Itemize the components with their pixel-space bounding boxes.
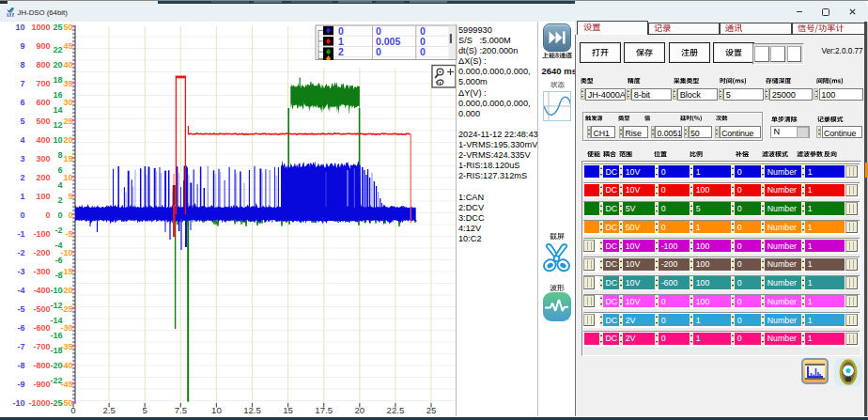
- svg-text:40: 40: [63, 60, 72, 70]
- svg-text:35: 35: [63, 79, 72, 88]
- svg-text:-25: -25: [50, 398, 62, 408]
- svg-text:0.005: 0.005: [376, 36, 400, 47]
- svg-text:-8: -8: [17, 361, 24, 370]
- svg-text:800: 800: [36, 60, 50, 70]
- svg-text:0: 0: [376, 46, 381, 57]
- svg-text:25: 25: [426, 405, 437, 415]
- svg-text:2: 2: [57, 195, 62, 205]
- svg-text:25: 25: [63, 117, 72, 126]
- svg-text:15: 15: [63, 154, 72, 163]
- svg-text:3: 3: [20, 154, 24, 163]
- svg-text:30: 30: [63, 98, 72, 107]
- svg-text:-1: -1: [17, 229, 24, 239]
- svg-text:-7: -7: [17, 342, 24, 351]
- svg-text:-4: -4: [17, 286, 24, 295]
- svg-text:-12: -12: [50, 301, 62, 310]
- svg-text:10: 10: [53, 135, 62, 145]
- svg-text:-9: -9: [17, 380, 24, 389]
- svg-text:-10: -10: [12, 398, 24, 408]
- svg-text:1000: 1000: [31, 23, 50, 32]
- svg-text:7.5: 7.5: [175, 405, 187, 415]
- svg-text:100: 100: [36, 192, 50, 201]
- svg-text:16: 16: [53, 90, 62, 100]
- svg-text:18: 18: [53, 75, 62, 85]
- svg-text:-700: -700: [33, 342, 50, 351]
- svg-text:1: 1: [20, 192, 24, 201]
- svg-text:-6: -6: [17, 323, 24, 333]
- svg-text:-200: -200: [33, 248, 50, 257]
- svg-text:-8: -8: [54, 271, 62, 280]
- svg-text:10: 10: [63, 173, 72, 182]
- svg-text:4: 4: [20, 135, 24, 145]
- svg-text:-800: -800: [33, 361, 50, 370]
- svg-text:-100: -100: [33, 229, 50, 239]
- svg-text:0: 0: [20, 210, 24, 220]
- svg-text:0: 0: [420, 36, 426, 47]
- svg-text:-600: -600: [33, 323, 50, 333]
- svg-text:6: 6: [20, 98, 24, 107]
- svg-text:50: 50: [63, 23, 72, 32]
- svg-text:17.5: 17.5: [315, 405, 333, 415]
- svg-text:0: 0: [338, 25, 344, 37]
- svg-text:12: 12: [53, 120, 62, 130]
- svg-text:-900: -900: [33, 380, 50, 389]
- svg-text:0: 0: [420, 46, 426, 57]
- svg-text:-500: -500: [33, 304, 50, 314]
- svg-text:600: 600: [36, 98, 50, 107]
- svg-text:-2: -2: [54, 226, 62, 235]
- svg-text:20: 20: [354, 405, 364, 415]
- svg-text:1: 1: [338, 36, 344, 47]
- svg-text:-22: -22: [50, 376, 62, 385]
- svg-text:20: 20: [63, 135, 72, 145]
- svg-text:400: 400: [36, 135, 50, 145]
- svg-text:-14: -14: [50, 316, 62, 325]
- svg-text:5: 5: [68, 192, 72, 201]
- svg-text:-5: -5: [17, 304, 24, 314]
- svg-text:0: 0: [45, 210, 50, 220]
- svg-text:-2: -2: [17, 248, 24, 257]
- svg-text:10: 10: [211, 405, 222, 415]
- svg-text:-1000: -1000: [28, 398, 50, 408]
- svg-text:25: 25: [53, 23, 62, 32]
- svg-text:10: 10: [15, 23, 24, 32]
- svg-text:15: 15: [283, 405, 293, 415]
- svg-text:7: 7: [20, 79, 24, 88]
- svg-text:9: 9: [20, 41, 24, 51]
- svg-text:2.5: 2.5: [102, 405, 115, 415]
- svg-text:-20: -20: [50, 361, 62, 370]
- svg-text:4: 4: [57, 180, 62, 190]
- svg-text:0: 0: [68, 210, 72, 220]
- svg-text:0: 0: [376, 25, 381, 37]
- svg-text:-3: -3: [17, 267, 24, 276]
- svg-text:8: 8: [20, 60, 24, 70]
- svg-text:2: 2: [338, 46, 344, 57]
- svg-text:200: 200: [36, 173, 50, 182]
- svg-text:-6: -6: [54, 256, 62, 265]
- svg-text:22.5: 22.5: [387, 405, 405, 415]
- svg-text:12.5: 12.5: [243, 405, 261, 415]
- svg-text:-10: -10: [50, 286, 62, 295]
- svg-text:20: 20: [53, 60, 62, 70]
- svg-text:5: 5: [20, 117, 24, 126]
- svg-text:5: 5: [143, 405, 147, 415]
- svg-text:0: 0: [57, 210, 62, 220]
- svg-text:900: 900: [36, 41, 50, 51]
- svg-text:-300: -300: [33, 267, 50, 276]
- svg-text:45: 45: [63, 41, 72, 51]
- svg-text:-18: -18: [50, 346, 62, 355]
- svg-text:500: 500: [36, 117, 50, 126]
- svg-text:6: 6: [57, 165, 62, 175]
- svg-text:700: 700: [36, 79, 50, 88]
- svg-text:-4: -4: [54, 241, 62, 250]
- svg-text:8: 8: [57, 150, 62, 160]
- svg-text:-16: -16: [50, 331, 62, 340]
- svg-text:-400: -400: [33, 286, 50, 295]
- svg-text:22: 22: [53, 45, 62, 54]
- svg-text:2: 2: [20, 173, 24, 182]
- svg-text:300: 300: [36, 154, 50, 163]
- svg-text:0: 0: [420, 25, 426, 37]
- svg-text:14: 14: [53, 105, 62, 115]
- svg-text:-5: -5: [65, 229, 72, 239]
